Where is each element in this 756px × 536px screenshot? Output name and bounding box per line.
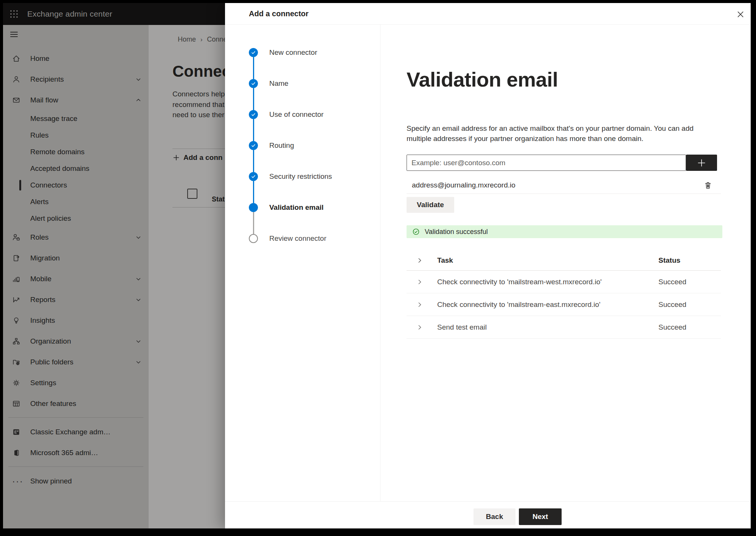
- wizard-stepper: New connector Name Use of connector Rout…: [225, 25, 380, 528]
- step-page-description: Specify an email address for an active m…: [407, 123, 698, 144]
- step-completed-icon: [249, 48, 258, 57]
- status-cell: Succeed: [658, 278, 686, 286]
- step-completed-icon: [249, 172, 258, 181]
- step-label: New connector: [269, 48, 317, 57]
- email-address-input[interactable]: [407, 155, 686, 171]
- screenshot-frame: Exchange admin center Home Recipients Ma…: [0, 0, 756, 536]
- add-connector-flyout: Add a connector New connector Name Use o…: [225, 3, 751, 528]
- step-label: Review connector: [269, 234, 326, 243]
- wizard-footer: Back Next: [225, 501, 751, 528]
- step-completed-icon: [249, 141, 258, 150]
- next-button[interactable]: Next: [519, 508, 562, 525]
- app-window: Exchange admin center Home Recipients Ma…: [3, 3, 751, 528]
- step-current-icon: [249, 203, 258, 212]
- flyout-title: Add a connector: [249, 3, 309, 24]
- validation-results-table: Task Status Check connectivity to 'mails…: [407, 251, 721, 339]
- table-header-row: Task Status: [407, 251, 721, 271]
- close-icon[interactable]: [736, 10, 745, 19]
- email-address-row: address@journaling.mxrecord.io: [407, 177, 721, 194]
- validate-button[interactable]: Validate: [407, 197, 454, 213]
- wizard-step-validation-email[interactable]: Validation email: [225, 192, 380, 223]
- step-page-heading: Validation email: [407, 68, 558, 91]
- wizard-step-name[interactable]: Name: [225, 68, 380, 99]
- table-row: Check connectivity to 'mailstream-east.m…: [407, 293, 721, 316]
- wizard-step-new-connector[interactable]: New connector: [225, 37, 380, 68]
- modal-dim-overlay: [3, 3, 225, 528]
- wizard-step-routing[interactable]: Routing: [225, 130, 380, 161]
- chevron-right-icon[interactable]: [416, 301, 423, 308]
- wizard-step-use-of-connector[interactable]: Use of connector: [225, 99, 380, 130]
- wizard-content: Validation email Specify an email addres…: [380, 25, 751, 528]
- wizard-step-review-connector[interactable]: Review connector: [225, 223, 380, 254]
- task-cell: Check connectivity to 'mailstream-west.m…: [437, 278, 602, 286]
- status-column-header: Status: [658, 256, 680, 265]
- chevron-right-icon[interactable]: [416, 257, 423, 264]
- flyout-header: Add a connector: [225, 3, 751, 25]
- task-cell: Send test email: [437, 323, 487, 332]
- step-completed-icon: [249, 79, 258, 88]
- banner-message: Validation successful: [425, 228, 488, 236]
- wizard-step-security-restrictions[interactable]: Security restrictions: [225, 161, 380, 192]
- step-label: Security restrictions: [269, 172, 332, 181]
- plus-icon: [697, 158, 706, 168]
- step-label: Use of connector: [269, 110, 324, 119]
- email-address-value: address@journaling.mxrecord.io: [412, 181, 515, 189]
- task-cell: Check connectivity to 'mailstream-east.m…: [437, 301, 601, 309]
- table-row: Send test email Succeed: [407, 316, 721, 339]
- delete-address-trash-icon[interactable]: [703, 181, 713, 190]
- back-button[interactable]: Back: [473, 508, 515, 525]
- task-column-header: Task: [437, 256, 453, 265]
- step-label: Name: [269, 79, 289, 88]
- status-cell: Succeed: [658, 301, 686, 309]
- add-email-button[interactable]: [686, 155, 717, 171]
- chevron-right-icon[interactable]: [416, 279, 423, 285]
- success-check-icon: [412, 228, 420, 235]
- chevron-right-icon[interactable]: [416, 324, 423, 331]
- table-row: Check connectivity to 'mailstream-west.m…: [407, 271, 721, 293]
- step-completed-icon: [249, 110, 258, 119]
- validation-success-banner: Validation successful: [407, 225, 722, 238]
- step-label: Validation email: [269, 203, 324, 212]
- step-upcoming-icon: [249, 234, 258, 243]
- step-label: Routing: [269, 141, 294, 150]
- status-cell: Succeed: [658, 323, 686, 332]
